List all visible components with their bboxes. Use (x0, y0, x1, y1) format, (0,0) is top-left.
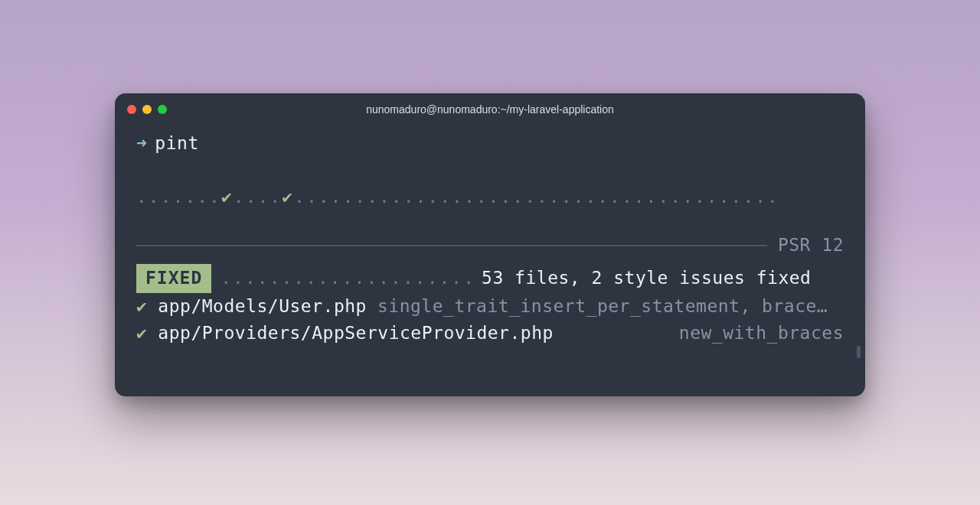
minimize-icon[interactable] (142, 105, 152, 114)
prompt-arrow-icon: ➜ (136, 130, 147, 158)
maximize-icon[interactable] (158, 105, 167, 114)
divider-row: PSR 12 (136, 232, 844, 259)
check-icon: ✔ (136, 320, 147, 347)
file-row: ✔ app/Models/User.php single_trait_inser… (136, 293, 844, 321)
file-fixers: new_with_braces (564, 320, 844, 347)
check-icon: ✔ (282, 184, 294, 211)
file-row: ✔ app/Providers/AppServiceProvider.php n… (136, 320, 844, 347)
status-badge: FIXED (136, 264, 211, 293)
traffic-lights (127, 105, 167, 114)
terminal-window: nunomaduro@nunomaduro:~/my-laravel-appli… (115, 93, 865, 396)
titlebar: nunomaduro@nunomaduro:~/my-laravel-appli… (115, 93, 865, 125)
summary-dots: ..................... (220, 265, 475, 292)
summary-text: 53 files, 2 style issues fixed (482, 265, 811, 292)
prompt-line: ➜ pint (136, 130, 844, 158)
file-path: app/Providers/AppServiceProvider.php (158, 320, 554, 347)
progress-dots: ....... (136, 184, 221, 211)
file-path: app/Models/User.php (158, 293, 367, 321)
file-fixers: single_trait_insert_per_statement, brace… (377, 293, 844, 321)
terminal-body[interactable]: ➜ pint ....... ✔ .... ✔ ................… (115, 125, 865, 396)
progress-dots: ........................................ (294, 184, 779, 211)
progress-line: ....... ✔ .... ✔ .......................… (136, 184, 844, 211)
command-text: pint (155, 130, 198, 158)
progress-dots: .... (234, 184, 282, 211)
close-icon[interactable] (127, 105, 136, 114)
preset-label: PSR 12 (778, 232, 844, 259)
summary-row: FIXED ..................... 53 files, 2 … (136, 264, 844, 293)
window-title: nunomaduro@nunomaduro:~/my-laravel-appli… (127, 103, 853, 116)
divider-line (136, 245, 767, 246)
scrollbar-thumb[interactable] (857, 346, 861, 358)
check-icon: ✔ (136, 293, 147, 321)
check-icon: ✔ (221, 184, 234, 211)
